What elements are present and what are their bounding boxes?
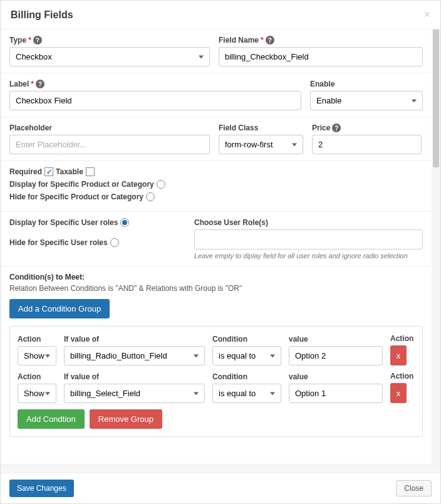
delete-header: Action [390, 334, 409, 343]
type-select[interactable]: Checkbox [9, 47, 210, 66]
field-name-input[interactable] [219, 47, 423, 66]
modal-footer: Save Changes Close [1, 473, 440, 503]
hide-product-radio[interactable] [146, 192, 155, 201]
field-class-select[interactable]: form-row-first [219, 135, 303, 154]
save-changes-button[interactable]: Save Changes [9, 480, 74, 497]
horizontal-scrollbar[interactable] [1, 464, 440, 473]
label-label: Label*? [9, 80, 301, 88]
if-header: If value of [64, 335, 205, 344]
placeholder-input[interactable] [9, 135, 210, 154]
condition-select[interactable]: is equal to [212, 346, 281, 365]
condition-group: Action Show If value of billing_Radio_Bu… [9, 326, 423, 437]
add-condition-button[interactable]: Add Condtion [18, 409, 85, 429]
placeholder-label: Placeholder [9, 123, 210, 132]
condition-header: Condition [212, 335, 281, 344]
hide-roles-radio[interactable] [110, 238, 119, 247]
choose-roles-hint: Leave empty to diplay field for all user… [194, 252, 423, 260]
field-class-label: Field Class [219, 123, 303, 132]
type-label: Type*? [9, 36, 210, 45]
close-icon[interactable]: × [423, 8, 430, 21]
hide-roles-label: Hide for Specific User roles [9, 238, 108, 247]
price-label: Price ? [312, 123, 422, 132]
enable-label: Enable [310, 80, 423, 88]
price-input[interactable] [312, 135, 422, 154]
condition-row: Action Show If value of billing_Radio_Bu… [18, 334, 415, 365]
help-icon[interactable]: ? [332, 123, 341, 132]
field-name-label: Field Name*? [219, 36, 423, 45]
label-input[interactable] [9, 91, 301, 110]
display-product-radio[interactable] [157, 180, 165, 189]
conditions-subtitle: Relation Between Conditions is "AND" & R… [9, 284, 423, 293]
condition-header: Condition [212, 372, 281, 381]
delete-header: Action [390, 372, 409, 381]
value-header: value [289, 372, 383, 381]
taxable-checkbox[interactable] [86, 167, 95, 176]
display-product-label: Display for Specific Product or Category [9, 180, 154, 189]
action-header: Action [18, 372, 56, 381]
choose-roles-label: Choose User Role(s) [194, 218, 423, 227]
remove-group-button[interactable]: Remove Group [90, 409, 162, 429]
value-input[interactable] [289, 346, 383, 365]
display-roles-radio[interactable] [120, 218, 129, 227]
action-header: Action [18, 335, 56, 344]
if-select[interactable]: billing_Radio_Button_Field [64, 346, 205, 365]
modal-body: Type*? Checkbox Field Name*? [1, 29, 432, 464]
choose-roles-input[interactable] [194, 229, 423, 249]
value-input[interactable] [289, 384, 383, 403]
close-button[interactable]: Close [396, 480, 432, 496]
modal-title: Billing Fields [11, 9, 73, 21]
taxable-label: Taxable [56, 167, 83, 176]
remove-condition-button[interactable]: x [390, 345, 407, 365]
enable-select[interactable]: Enable [310, 91, 423, 110]
value-header: value [289, 335, 383, 344]
remove-condition-button[interactable]: x [390, 383, 407, 403]
hide-product-label: Hide for Specific Product or Category [9, 192, 143, 201]
if-header: If value of [64, 372, 205, 381]
if-select[interactable]: billing_Select_Field [64, 384, 205, 403]
conditions-title: Condition(s) to Meet: [9, 273, 423, 281]
action-select[interactable]: Show [18, 384, 56, 403]
condition-select[interactable]: is equal to [212, 384, 281, 403]
help-icon[interactable]: ? [266, 36, 274, 45]
display-roles-label: Display for Specific User roles [9, 218, 118, 227]
billing-fields-modal: Billing Fields × Type*? Checkbox [0, 0, 441, 504]
help-icon[interactable]: ? [33, 36, 42, 45]
help-icon[interactable]: ? [36, 80, 44, 88]
scrollbar-thumb[interactable] [433, 29, 439, 167]
required-checkbox[interactable] [44, 167, 53, 176]
action-select[interactable]: Show [18, 346, 56, 365]
add-condition-group-button[interactable]: Add a Condition Group [9, 299, 110, 318]
required-label: Required [9, 167, 42, 176]
vertical-scrollbar[interactable] [432, 29, 440, 464]
modal-header: Billing Fields × [1, 1, 440, 29]
condition-row: Action Show If value of billing_Select_F… [18, 372, 415, 403]
